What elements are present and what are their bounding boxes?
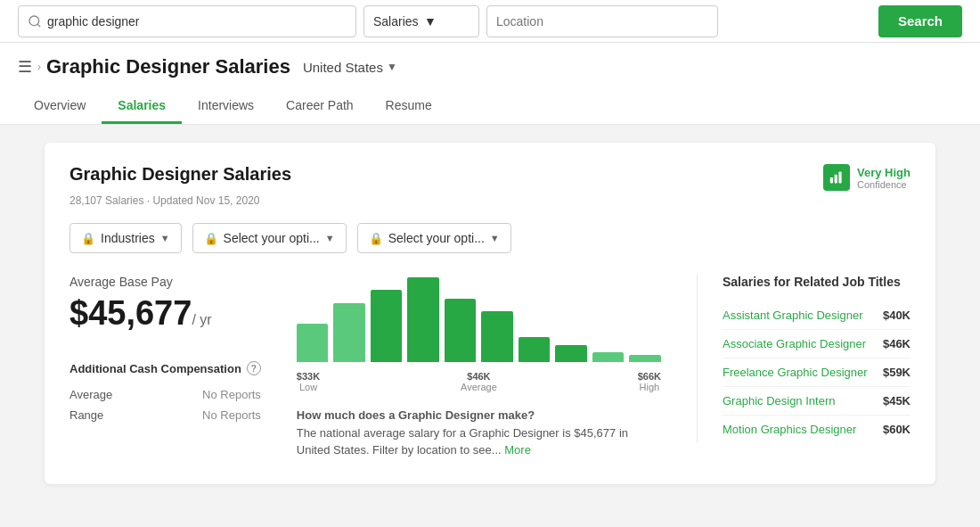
related-jobs-title: Salaries for Related Job Titles bbox=[723, 275, 911, 289]
cash-range-value: No Reports bbox=[202, 408, 261, 422]
related-job-row[interactable]: Associate Graphic Designer$46K bbox=[723, 330, 911, 358]
search-button[interactable]: Search bbox=[878, 5, 962, 37]
related-jobs-list: Assistant Graphic Designer$40KAssociate … bbox=[723, 301, 911, 443]
filter-chevron-1: ▼ bbox=[160, 233, 170, 243]
filter-chevron-3: ▼ bbox=[490, 233, 500, 243]
salary-display: $45,677/ yr bbox=[69, 294, 261, 333]
filter-option1[interactable]: 🔒 Select your opti... ▼ bbox=[192, 223, 347, 253]
confidence-sublabel: Confidence bbox=[857, 179, 911, 190]
salary-section: Average Base Pay $45,677/ yr Additional … bbox=[69, 275, 911, 459]
chart-description: How much does a Graphic Designer make? T… bbox=[297, 407, 661, 459]
cash-row-range: Range No Reports bbox=[69, 405, 261, 425]
chart-avg-value: $46K bbox=[461, 371, 497, 382]
card-meta: 28,107 Salaries · Updated Nov 15, 2020 bbox=[69, 194, 911, 207]
more-link[interactable]: More bbox=[504, 443, 531, 457]
bar-3 bbox=[407, 277, 439, 362]
salary-left: Average Base Pay $45,677/ yr Additional … bbox=[69, 275, 261, 425]
chart-high-value: $66K bbox=[638, 371, 661, 382]
cash-avg-value: No Reports bbox=[202, 388, 261, 401]
location-chevron-icon: ▼ bbox=[387, 61, 397, 73]
confidence-level: Very High bbox=[857, 166, 911, 179]
avg-base-pay-label: Average Base Pay bbox=[69, 275, 261, 289]
search-input[interactable] bbox=[47, 14, 347, 29]
salary-card: Graphic Designer Salaries Very High Conf… bbox=[45, 143, 935, 484]
related-job-row[interactable]: Graphic Design Intern$45K bbox=[723, 387, 911, 416]
additional-cash: Additional Cash Compensation ? Average N… bbox=[69, 361, 261, 425]
bar-1 bbox=[333, 303, 365, 363]
search-input-wrap[interactable] bbox=[18, 5, 356, 37]
svg-rect-3 bbox=[835, 175, 837, 184]
bar-8 bbox=[592, 352, 625, 362]
cash-range-label: Range bbox=[69, 408, 103, 422]
chart-desc-title: How much does a Graphic Designer make? bbox=[297, 408, 535, 422]
filter-option2[interactable]: 🔒 Select your opti... ▼ bbox=[357, 223, 511, 253]
salaries-dropdown[interactable]: Salaries ▼ bbox=[363, 5, 479, 37]
bar-2 bbox=[371, 290, 403, 362]
confidence-badge: Very High Confidence bbox=[823, 164, 911, 191]
cash-row-average: Average No Reports bbox=[69, 384, 261, 405]
info-icon[interactable]: ? bbox=[247, 361, 261, 375]
location-label: United States bbox=[303, 60, 383, 75]
bar-7 bbox=[555, 345, 587, 362]
related-job-name: Assistant Graphic Designer bbox=[723, 309, 863, 322]
related-job-salary: $45K bbox=[883, 394, 911, 408]
svg-rect-2 bbox=[830, 177, 833, 183]
tab-interviews[interactable]: Interviews bbox=[182, 89, 270, 124]
tab-overview[interactable]: Overview bbox=[18, 89, 102, 124]
location-badge[interactable]: United States ▼ bbox=[303, 60, 397, 75]
related-job-name: Graphic Design Intern bbox=[723, 394, 835, 408]
filter-row: 🔒 Industries ▼ 🔒 Select your opti... ▼ 🔒… bbox=[69, 223, 911, 253]
card-header: Graphic Designer Salaries Very High Conf… bbox=[69, 164, 911, 191]
tab-career-path[interactable]: Career Path bbox=[270, 89, 369, 124]
filter-industries[interactable]: 🔒 Industries ▼ bbox=[69, 223, 182, 253]
card-title: Graphic Designer Salaries bbox=[69, 164, 291, 185]
related-job-row[interactable]: Motion Graphics Designer$60K bbox=[723, 416, 911, 443]
tab-salaries[interactable]: Salaries bbox=[102, 89, 182, 124]
location-input[interactable] bbox=[496, 14, 708, 29]
svg-rect-4 bbox=[838, 172, 841, 184]
chart-high-desc: High bbox=[638, 382, 661, 392]
breadcrumb-arrow: › bbox=[37, 61, 41, 73]
related-jobs: Salaries for Related Job Titles Assistan… bbox=[697, 275, 911, 443]
chart-labels: $33K Low $46K Average $66K High bbox=[297, 371, 661, 392]
bar-0 bbox=[297, 324, 329, 362]
chart-area: $33K Low $46K Average $66K High How much… bbox=[297, 275, 661, 459]
related-job-salary: $40K bbox=[883, 309, 911, 322]
filter-chevron-2: ▼ bbox=[325, 233, 335, 243]
tab-resume[interactable]: Resume bbox=[370, 89, 448, 124]
svg-point-0 bbox=[29, 16, 39, 26]
location-input-wrap[interactable] bbox=[486, 5, 718, 37]
related-job-row[interactable]: Freelance Graphic Designer$59K bbox=[723, 358, 911, 387]
nav-tabs: Overview Salaries Interviews Career Path… bbox=[18, 89, 962, 124]
related-job-row[interactable]: Assistant Graphic Designer$40K bbox=[723, 301, 911, 330]
filter-option1-label: Select your opti... bbox=[224, 231, 320, 245]
hamburger-menu-icon[interactable]: ☰ bbox=[18, 57, 32, 77]
bar-5 bbox=[481, 311, 513, 362]
cash-header: Additional Cash Compensation ? bbox=[69, 361, 261, 375]
chevron-down-icon: ▼ bbox=[424, 14, 470, 29]
title-bar: ☰ › Graphic Designer Salaries United Sta… bbox=[0, 43, 980, 125]
related-job-salary: $46K bbox=[883, 337, 911, 350]
chart-label-high: $66K High bbox=[638, 371, 661, 392]
breadcrumb: ☰ › Graphic Designer Salaries United Sta… bbox=[18, 55, 962, 78]
main-content: Graphic Designer Salaries Very High Conf… bbox=[0, 125, 980, 527]
filter-option2-label: Select your opti... bbox=[388, 231, 485, 245]
related-job-salary: $59K bbox=[883, 366, 911, 379]
bar-6 bbox=[519, 337, 551, 363]
filter-industries-label: Industries bbox=[101, 231, 155, 245]
salary-amount: $45,677 bbox=[69, 294, 192, 332]
chart-label-low: $33K Low bbox=[297, 371, 320, 392]
confidence-icon bbox=[823, 164, 850, 191]
additional-cash-label: Additional Cash Compensation bbox=[69, 362, 241, 375]
lock-icon-2: 🔒 bbox=[204, 232, 218, 245]
chart-desc-body: The national average salary for a Graphi… bbox=[297, 426, 628, 457]
related-job-name: Associate Graphic Designer bbox=[723, 337, 866, 350]
chart-low-desc: Low bbox=[297, 382, 320, 392]
search-bar: Salaries ▼ Search bbox=[0, 0, 980, 43]
bar-4 bbox=[445, 299, 477, 362]
chart-low-value: $33K bbox=[297, 371, 320, 382]
lock-icon-3: 🔒 bbox=[369, 232, 383, 245]
svg-line-1 bbox=[37, 24, 40, 27]
search-icon bbox=[28, 14, 42, 29]
salary-period: / yr bbox=[192, 312, 211, 327]
